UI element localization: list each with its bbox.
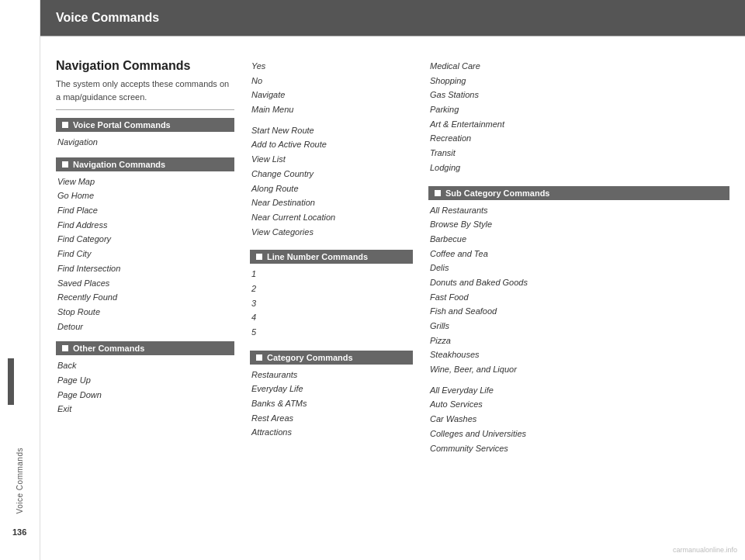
list-item: Fish and Seafood bbox=[428, 304, 729, 319]
list-item: Art & Entertainment bbox=[428, 117, 729, 132]
list-item: Delis bbox=[428, 261, 729, 275]
list-item: Page Up bbox=[56, 373, 234, 388]
list-item: Start New Route bbox=[250, 123, 413, 138]
list-item: Community Services bbox=[428, 441, 729, 456]
right-top-items: Medical CareShoppingGas StationsParkingA… bbox=[428, 59, 729, 175]
list-item: Auto Services bbox=[428, 397, 729, 412]
cat-square-icon bbox=[256, 354, 262, 361]
list-item: Along Route bbox=[250, 181, 413, 196]
list-item: Navigate bbox=[250, 88, 413, 102]
mid-top-items: YesNoNavigateMain Menu bbox=[250, 59, 413, 117]
line-num-square-icon bbox=[256, 254, 262, 260]
nav-section-title: Navigation Commands bbox=[56, 59, 234, 73]
page-number: 136 bbox=[12, 527, 26, 537]
list-item: Donuts and Baked Goods bbox=[428, 275, 729, 290]
list-item: Back bbox=[56, 358, 234, 373]
navigation-commands-items: View MapGo HomeFind PlaceFind AddressFin… bbox=[56, 175, 234, 334]
list-item: Find Category bbox=[56, 232, 234, 247]
other-commands-header: Other Commands bbox=[56, 341, 234, 355]
list-item: View Categories bbox=[250, 225, 413, 240]
list-item: Find Address bbox=[56, 218, 234, 233]
list-item: Transit bbox=[428, 146, 729, 161]
list-item: Near Current Location bbox=[250, 210, 413, 225]
list-item: Car Washes bbox=[428, 412, 729, 427]
page-header: Voice Commands bbox=[40, 0, 745, 36]
list-item: Banks & ATMs bbox=[250, 396, 413, 411]
line-number-items: 12345 bbox=[250, 267, 413, 339]
line-number-header: Line Number Commands bbox=[250, 250, 413, 264]
list-item: Grills bbox=[428, 319, 729, 334]
list-item: Page Down bbox=[56, 388, 234, 403]
list-item: Stop Route bbox=[56, 305, 234, 320]
nav-cmd-square-icon bbox=[62, 161, 68, 168]
navigation-commands-header: Navigation Commands bbox=[56, 157, 234, 171]
list-item: Detour bbox=[56, 320, 234, 334]
list-item: Restaurants bbox=[250, 368, 413, 382]
list-item: Parking bbox=[428, 102, 729, 117]
list-item: Barbecue bbox=[428, 232, 729, 247]
list-item: Navigation bbox=[56, 135, 234, 150]
other-commands-items: BackPage UpPage DownExit bbox=[56, 358, 234, 417]
sub-category-items2: All Everyday LifeAuto ServicesCar Washes… bbox=[428, 383, 729, 455]
list-item: 1 bbox=[250, 267, 413, 282]
list-item: Yes bbox=[250, 59, 413, 74]
sub-category-header: Sub Category Commands bbox=[428, 186, 729, 200]
list-item: Medical Care bbox=[428, 59, 729, 74]
list-item: View List bbox=[250, 152, 413, 167]
sub-category-items: All RestaurantsBrowse By StyleBarbecueCo… bbox=[428, 203, 729, 377]
list-item: All Restaurants bbox=[428, 203, 729, 218]
list-item: 2 bbox=[250, 282, 413, 296]
category-items: RestaurantsEveryday LifeBanks & ATMsRest… bbox=[250, 368, 413, 440]
list-item: Gas Stations bbox=[428, 88, 729, 102]
list-item: Find Intersection bbox=[56, 261, 234, 276]
mid-route-items: Start New RouteAdd to Active RouteView L… bbox=[250, 123, 413, 240]
list-item: Pizza bbox=[428, 334, 729, 348]
voice-portal-header: Voice Portal Commands bbox=[56, 118, 234, 132]
list-item: Recently Found bbox=[56, 290, 234, 305]
voice-portal-square-icon bbox=[62, 122, 68, 128]
list-item: Recreation bbox=[428, 131, 729, 146]
list-item: Steakhouses bbox=[428, 347, 729, 362]
category-header: Category Commands bbox=[250, 351, 413, 365]
list-item: Add to Active Route bbox=[250, 137, 413, 152]
list-item: All Everyday Life bbox=[428, 383, 729, 398]
list-item: Change Country bbox=[250, 167, 413, 181]
left-column: Navigation Commands The system only acce… bbox=[56, 59, 250, 544]
watermark: carmanualonline.info bbox=[673, 546, 737, 554]
nav-section-subtitle: The system only accepts these commands o… bbox=[56, 78, 234, 110]
list-item: Wine, Beer, and Liquor bbox=[428, 362, 729, 377]
list-item: 5 bbox=[250, 325, 413, 340]
spacer bbox=[250, 117, 413, 123]
header-title: Voice Commands bbox=[56, 11, 159, 25]
right-column: Medical CareShoppingGas StationsParkingA… bbox=[428, 59, 729, 544]
list-item: Shopping bbox=[428, 74, 729, 88]
list-item: Coffee and Tea bbox=[428, 247, 729, 261]
list-item: Go Home bbox=[56, 188, 234, 203]
list-item: Rest Areas bbox=[250, 411, 413, 426]
other-cmd-square-icon bbox=[62, 345, 68, 351]
sub-cat-square-icon bbox=[435, 190, 441, 196]
list-item: 3 bbox=[250, 296, 413, 311]
spacer2 bbox=[428, 377, 729, 383]
list-item: Colleges and Universities bbox=[428, 427, 729, 441]
list-item: Exit bbox=[56, 402, 234, 417]
list-item: No bbox=[250, 74, 413, 88]
sidebar-label: Voice Commands bbox=[16, 448, 24, 513]
list-item: 4 bbox=[250, 310, 413, 325]
middle-column: YesNoNavigateMain Menu Start New RouteAd… bbox=[250, 59, 428, 544]
list-item: Attractions bbox=[250, 425, 413, 440]
list-item: Fast Food bbox=[428, 290, 729, 305]
list-item: Main Menu bbox=[250, 102, 413, 117]
main-content: Navigation Commands The system only acce… bbox=[40, 36, 745, 560]
list-item: View Map bbox=[56, 175, 234, 189]
list-item: Find Place bbox=[56, 203, 234, 218]
list-item: Saved Places bbox=[56, 276, 234, 291]
list-item: Lodging bbox=[428, 161, 729, 175]
list-item: Everyday Life bbox=[250, 382, 413, 396]
sidebar: Voice Commands 136 bbox=[0, 0, 40, 560]
voice-portal-items: Navigation bbox=[56, 135, 234, 150]
list-item: Find City bbox=[56, 247, 234, 261]
list-item: Browse By Style bbox=[428, 217, 729, 232]
sidebar-accent-bar bbox=[8, 358, 14, 405]
list-item: Near Destination bbox=[250, 195, 413, 210]
